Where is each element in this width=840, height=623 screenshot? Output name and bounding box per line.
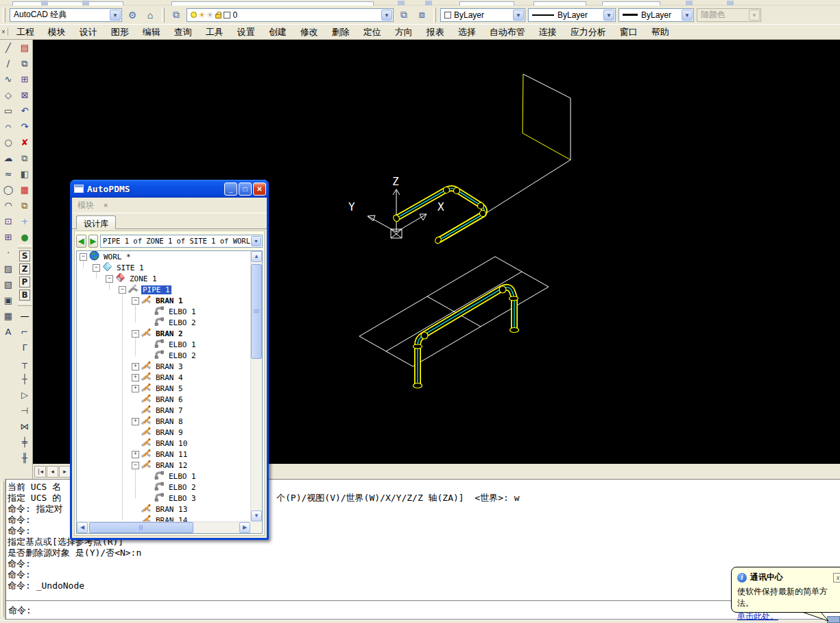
layer-properties-button[interactable]: ⧉ [169,8,184,23]
chevron-down-icon[interactable]: ▼ [251,236,261,246]
close-icon[interactable]: × [0,28,8,36]
command-window-grip[interactable] [0,479,5,620]
viewports-button[interactable]: ▦ [17,182,32,198]
menu-item-2[interactable]: 设计 [73,25,104,40]
tree-item-bran-8[interactable]: +BRAN 8 [77,416,250,427]
tree-item-bran-14[interactable]: BRAN 14 [77,515,250,521]
menu-item-4[interactable]: 编辑 [136,25,167,40]
color-combo[interactable]: ByLayer ▼ [440,8,525,22]
line-seg-tool[interactable]: — [17,308,32,324]
menu-item-14[interactable]: 选择 [451,25,483,40]
menu-item-19[interactable]: 帮助 [645,25,676,40]
copy-nested-button[interactable]: ⧉ [17,198,32,213]
menu-item-6[interactable]: 工具 [199,25,230,40]
tree-item-bran-4[interactable]: +BRAN 4 [77,372,250,383]
linetype-combo[interactable]: ByLayer ▼ [528,8,616,22]
construction-line-tool[interactable]: ∕ [1,56,16,71]
tree-item-bran-3[interactable]: +BRAN 3 [77,361,250,372]
layer-vp-freeze-icon[interactable]: ☀ [206,10,214,20]
tab-first-icon[interactable]: ∣◂ [34,466,46,478]
forward-button[interactable]: ▶ [88,235,99,248]
expand-icon[interactable]: + [132,385,139,392]
tree-item-bran-2[interactable]: −BRAN 2 [77,328,250,339]
autopdms-title-bar[interactable]: AutoPDMS _ □ ✕ [70,180,269,198]
toolbar-grip[interactable] [3,8,5,23]
layer-freeze-icon[interactable]: ☀ [198,10,206,20]
tree-item-bran-11[interactable]: +BRAN 11 [77,449,250,460]
tree-item-elbo-3[interactable]: ELBO 3 [77,493,250,504]
reducer-tool[interactable]: ▷ [17,387,32,403]
menu-item-13[interactable]: 报表 [420,25,451,40]
tree-item-elbo-1[interactable]: ELBO 1 [77,339,250,350]
menu-item-12[interactable]: 方向 [388,25,420,40]
tree-item-bran-12[interactable]: −BRAN 12 [77,460,250,471]
chevron-down-icon[interactable]: ▼ [381,10,392,21]
menu-item-5[interactable]: 查询 [167,25,199,40]
autopdms-window[interactable]: AutoPDMS _ □ ✕ 模块 × 设计库 ◀ ▶ PIPE 1 of ZO… [70,180,269,540]
tree-item-bran-7[interactable]: BRAN 7 [77,405,250,416]
tree-item-site-1[interactable]: −SITE 1 [77,262,250,273]
hatch-tool[interactable]: ▨ [1,261,16,277]
bend-tool[interactable]: Γ [17,340,32,355]
redo-button[interactable]: ↷ [17,119,32,134]
tree-item-elbo-1[interactable]: ELBO 1 [77,471,250,482]
cross-tool[interactable]: ┼ [17,371,32,387]
command-input-line[interactable]: 命令: [6,600,840,618]
layer-previous-button[interactable]: ⧈ [414,8,429,23]
revision-cloud-tool[interactable]: ☁ [1,150,16,166]
region-tool[interactable]: ▣ [1,292,16,308]
block-edit-button[interactable]: ⊞ [17,71,32,87]
chevron-down-icon[interactable]: ▼ [682,10,693,21]
minimize-button[interactable]: _ [224,183,237,196]
chevron-down-icon[interactable]: ▼ [110,10,121,21]
menu-item-1[interactable]: 模块 [41,25,73,40]
line-tool[interactable]: ╱ [1,40,16,56]
copy-button[interactable]: ⧉ [17,56,32,71]
tab-design-library[interactable]: 设计库 [76,215,116,229]
menu-item-16[interactable]: 连接 [532,25,564,40]
menu-item-11[interactable]: 定位 [357,25,388,40]
tree-item-bran-10[interactable]: BRAN 10 [77,438,250,449]
menu-item-18[interactable]: 窗口 [613,25,645,40]
toolbar-grip[interactable] [433,8,436,23]
expand-icon[interactable]: + [132,418,139,425]
menu-item-9[interactable]: 修改 [293,25,325,40]
mirror-button[interactable]: ◧ [17,166,32,182]
menu-item-10[interactable]: 删除 [325,25,357,40]
tree-item-zone-1[interactable]: −ZONE 1 [77,273,250,284]
letter-button-p[interactable]: P [19,277,30,287]
horizontal-scroll-thumb[interactable] [89,522,193,533]
collapse-icon[interactable]: − [93,264,100,272]
menu-item-0[interactable]: 工程 [10,25,41,40]
expand-icon[interactable]: + [132,363,139,371]
workspace-settings-button[interactable]: ⚙ [125,8,140,23]
layer-on-icon[interactable] [191,12,197,18]
render-button[interactable]: ● [17,229,32,245]
tree-vertical-scrollbar[interactable]: ▲ ▼ [250,251,262,521]
table-tool[interactable]: ▦ [1,308,16,324]
workspace-combo[interactable]: AutoCAD 经典 ▼ [10,8,122,22]
make-block-tool[interactable]: ⊞ [1,229,16,245]
collapse-icon[interactable]: − [80,253,87,261]
undo-button[interactable]: ↶ [17,103,32,119]
toolbar-grip[interactable] [162,8,165,23]
menu-item-8[interactable]: 创建 [262,25,293,40]
module-menu-item[interactable]: 模块 [72,200,99,211]
tree-horizontal-scrollbar[interactable]: ◀ ▶ [77,521,250,533]
union-tool[interactable]: ╫ [17,450,32,466]
tree-item-bran-9[interactable]: BRAN 9 [77,427,250,438]
expand-icon[interactable]: + [132,451,139,458]
polyline-tool[interactable]: ∿ [1,71,16,87]
tree-item-bran-13[interactable]: BRAN 13 [77,504,250,515]
make-layer-current-button[interactable]: ⧉ [396,8,411,23]
paste-button[interactable]: ⧉ [17,150,32,166]
tree-item-pipe-1[interactable]: −PIPE 1 [77,284,250,295]
erase-button[interactable]: ✘ [17,134,32,150]
letter-button-z[interactable]: Z [19,263,30,274]
text-tool[interactable]: A [1,324,16,340]
circle-tool[interactable]: ○ [1,134,16,150]
elbow-tool[interactable]: ⌐ [17,324,32,340]
home-button[interactable]: ⌂ [143,8,158,23]
tree-item-bran-5[interactable]: +BRAN 5 [77,383,250,394]
block-base-button[interactable]: ⊠ [17,87,32,103]
